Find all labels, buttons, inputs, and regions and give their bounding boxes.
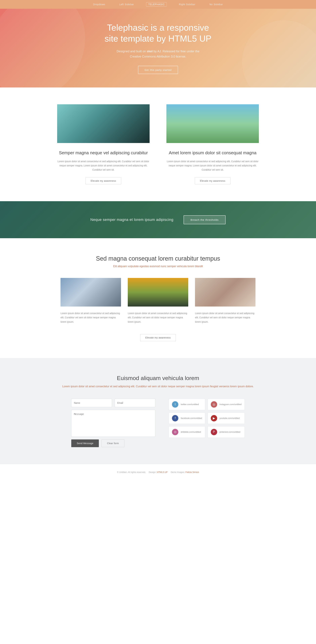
feature-image-1 bbox=[57, 104, 150, 143]
hero-description: Designed and built on skel by AJ. Releas… bbox=[116, 49, 200, 59]
hero-cta-button[interactable]: Get this party started bbox=[138, 66, 178, 74]
clear-form-button[interactable]: Clear form bbox=[101, 440, 124, 447]
showcase-body-3: Lorem ipsum dolor sit amet consectetur e… bbox=[195, 311, 256, 324]
showcase-col-1: Lorem ipsum dolor sit amet consectetur e… bbox=[60, 278, 121, 324]
nav-item-dropdown[interactable]: Dropdown bbox=[91, 2, 107, 6]
contact-section: Euismod aliquam vehicula lorem Lorem ips… bbox=[0, 358, 316, 464]
social-dribbble[interactable]: ⊙ dribbble.com/untitled bbox=[169, 426, 205, 438]
showcase-body-1: Lorem ipsum dolor sit amet consectetur e… bbox=[60, 311, 121, 324]
feature-cta-2[interactable]: Elevate my awareness bbox=[195, 177, 231, 184]
showcase-image-1 bbox=[60, 278, 121, 306]
nav-item-no-sidebar[interactable]: No Sidebar bbox=[207, 2, 225, 6]
features-section: Semper magna neque vel adipiscing curabi… bbox=[0, 88, 316, 201]
footer-copyright: © Untitled. All rights reserved. bbox=[117, 471, 146, 474]
contact-subtitle: Lorem ipsum dolor sit amet consectetur e… bbox=[34, 384, 282, 388]
banner-section: Neque semper magna et lorem ipsum adipis… bbox=[0, 201, 316, 238]
form-buttons: Send Message Clear form bbox=[71, 440, 155, 447]
pinterest-label: pinterest.com/untitled bbox=[220, 431, 240, 433]
footer-html5up-link[interactable]: HTML5 UP bbox=[157, 471, 168, 474]
showcase-col-3: Lorem ipsum dolor sit amet consectetur e… bbox=[195, 278, 256, 324]
social-instagram[interactable]: ◎ instagram.com/untitled bbox=[208, 399, 245, 410]
social-facebook[interactable]: f facebook.com/untitled bbox=[169, 412, 205, 424]
footer-demo: Demo Images: Felicia Simion bbox=[171, 471, 199, 474]
main-nav: Dropdown Left Sidebar TELEPHASIC Right S… bbox=[0, 0, 316, 9]
contact-title: Euismod aliquam vehicula lorem bbox=[34, 375, 282, 382]
feature-item-1: Semper magna neque vel adipiscing curabi… bbox=[57, 104, 150, 184]
youtube-label: youtube.com/untitled bbox=[220, 417, 240, 420]
send-message-button[interactable]: Send Message bbox=[71, 440, 99, 447]
contact-inner: Send Message Clear form t twitter.com/un… bbox=[34, 399, 282, 447]
nav-item-telephasic[interactable]: TELEPHASIC bbox=[146, 2, 167, 6]
email-input[interactable] bbox=[115, 399, 155, 407]
social-twitter[interactable]: t twitter.com/untitled bbox=[169, 399, 205, 410]
feature-item-2: Amet lorem ipsum dolor sit consequat mag… bbox=[166, 104, 259, 184]
feature-body-1: Lorem ipsum dolor sit amet consectetur e… bbox=[57, 159, 150, 172]
showcase-title: Sed magna consequat lorem curabitur temp… bbox=[34, 255, 282, 262]
dribbble-label: dribbble.com/untitled bbox=[181, 431, 201, 433]
showcase-col-2: Lorem ipsum dolor sit amet consectetur e… bbox=[128, 278, 188, 324]
feature-body-2: Lorem ipsum dolor sit amet consectetur e… bbox=[166, 159, 259, 172]
feature-cta-1[interactable]: Elevate my awareness bbox=[85, 177, 121, 184]
contact-social: t twitter.com/untitled ◎ instagram.com/u… bbox=[169, 399, 245, 438]
showcase-image-3 bbox=[195, 278, 256, 306]
nav-item-right-sidebar[interactable]: Right Sidebar bbox=[177, 2, 197, 6]
social-grid: t twitter.com/untitled ◎ instagram.com/u… bbox=[169, 399, 245, 438]
contact-form: Send Message Clear form bbox=[71, 399, 155, 447]
showcase-grid: Lorem ipsum dolor sit amet consectetur e… bbox=[34, 278, 282, 324]
form-row-name-email bbox=[71, 399, 155, 407]
showcase-subtitle: Elit aliquam vulputate egestas euismod n… bbox=[34, 265, 282, 268]
footer-felicia-link[interactable]: Felicia Simion bbox=[185, 471, 199, 474]
nav-item-left-sidebar[interactable]: Left Sidebar bbox=[117, 2, 136, 6]
instagram-label: instagram.com/untitled bbox=[220, 403, 242, 406]
social-youtube[interactable]: ▶ youtube.com/untitled bbox=[208, 412, 245, 424]
message-textarea[interactable] bbox=[71, 410, 155, 437]
twitter-label: twitter.com/untitled bbox=[181, 403, 199, 406]
hero-title: Telephasic is a responsive site template… bbox=[99, 22, 217, 44]
footer-design: Design: HTML5 UP bbox=[149, 471, 168, 474]
facebook-label: facebook.com/untitled bbox=[181, 417, 202, 420]
showcase-cta-button[interactable]: Elevate my awareness bbox=[140, 334, 176, 341]
feature-title-1: Semper magna neque vel adipiscing curabi… bbox=[59, 150, 148, 156]
youtube-icon: ▶ bbox=[211, 415, 217, 422]
social-pinterest[interactable]: P pinterest.com/untitled bbox=[208, 426, 245, 438]
footer: © Untitled. All rights reserved. Design:… bbox=[0, 464, 316, 480]
facebook-icon: f bbox=[172, 415, 178, 422]
hero-section: Telephasic is a responsive site template… bbox=[0, 9, 316, 88]
name-input[interactable] bbox=[71, 399, 112, 407]
banner-text: Neque semper magna et lorem ipsum adipis… bbox=[90, 218, 173, 222]
dribbble-icon: ⊙ bbox=[172, 429, 178, 435]
pinterest-icon: P bbox=[211, 429, 217, 435]
twitter-icon: t bbox=[172, 401, 178, 408]
instagram-icon: ◎ bbox=[211, 401, 217, 408]
showcase-image-2 bbox=[128, 278, 188, 306]
feature-title-2: Amet lorem ipsum dolor sit consequat mag… bbox=[169, 150, 257, 156]
feature-image-2 bbox=[166, 104, 259, 143]
banner-cta-button[interactable]: Breach the thresholds bbox=[184, 215, 226, 224]
showcase-body-2: Lorem ipsum dolor sit amet consectetur e… bbox=[128, 311, 188, 324]
showcase-section: Sed magna consequat lorem curabitur temp… bbox=[0, 238, 316, 358]
